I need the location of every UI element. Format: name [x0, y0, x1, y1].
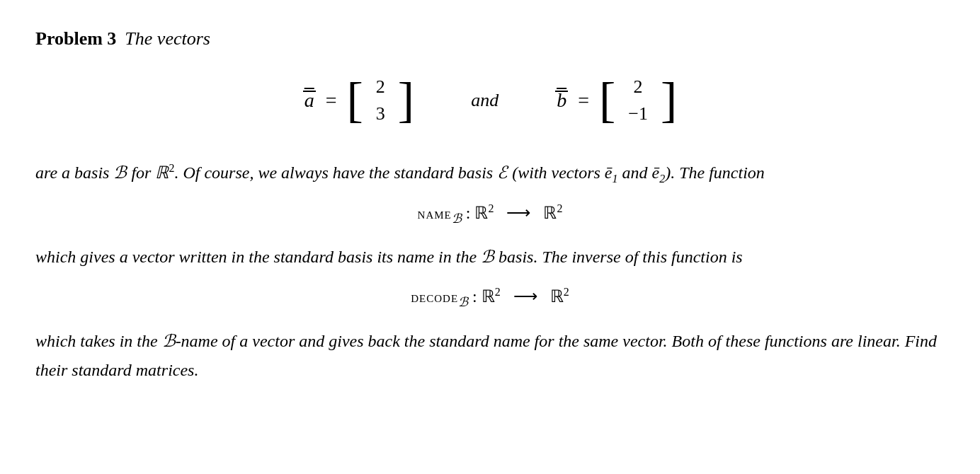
- vector-b-matrix: [ 2 −1 ]: [599, 71, 677, 130]
- paragraph-1: are a basis ℬ for ℝ2. Of course, we alwa…: [35, 158, 942, 188]
- decode-domain: ℝ2: [482, 287, 501, 306]
- right-bracket-b: ]: [661, 76, 677, 125]
- and-connector: and: [471, 90, 498, 111]
- function-decode-display: decodeℬ : ℝ2 ⟶ ℝ2: [35, 286, 945, 310]
- decode-subscript-B: ℬ: [458, 295, 468, 309]
- left-bracket-b: [: [599, 76, 615, 125]
- name-codomain: ℝ2: [543, 204, 562, 222]
- vector-a-expr: a = [ 2 3 ]: [303, 71, 414, 130]
- vector-b-top: 2: [634, 75, 643, 99]
- vector-b-name: b: [555, 89, 568, 112]
- right-bracket-a: ]: [398, 76, 414, 125]
- vector-a-bottom: 3: [376, 102, 385, 126]
- decode-colon: :: [472, 287, 482, 306]
- decode-codomain: ℝ2: [550, 287, 569, 306]
- function-name-display: nameℬ : ℝ2 ⟶ ℝ2: [35, 202, 945, 226]
- name-domain: ℝ2: [474, 204, 494, 222]
- name-colon: :: [466, 204, 475, 222]
- vector-a-top: 2: [376, 75, 385, 99]
- name-subscript-B: ℬ: [452, 211, 462, 225]
- equals-sign-a: =: [326, 89, 337, 112]
- vector-a-values: 2 3: [363, 71, 398, 130]
- equals-sign-b: =: [578, 89, 589, 112]
- vector-b-values: 2 −1: [615, 71, 661, 130]
- left-bracket-a: [: [347, 76, 363, 125]
- vector-a-matrix: [ 2 3 ]: [347, 71, 415, 130]
- paragraph-2: which gives a vector written in the stan…: [35, 243, 942, 272]
- problem-container: Problem 3 The vectors a = [ 2 3 ] and: [35, 28, 945, 385]
- problem-subtitle: The vectors: [125, 28, 210, 50]
- name-function-label: name: [418, 204, 452, 222]
- problem-header: Problem 3 The vectors: [35, 28, 945, 50]
- decode-arrow: ⟶: [513, 287, 537, 306]
- vector-a-name: a: [303, 89, 316, 112]
- vector-b-bottom: −1: [628, 102, 648, 126]
- paragraph-3: which takes in the ℬ-name of a vector an…: [35, 327, 942, 385]
- vectors-display: a = [ 2 3 ] and b = [ 2: [35, 71, 945, 130]
- decode-function-label: decode: [411, 288, 458, 306]
- vector-b-expr: b = [ 2 −1 ]: [555, 71, 677, 130]
- problem-label: Problem 3: [35, 28, 116, 50]
- name-arrow: ⟶: [506, 204, 530, 222]
